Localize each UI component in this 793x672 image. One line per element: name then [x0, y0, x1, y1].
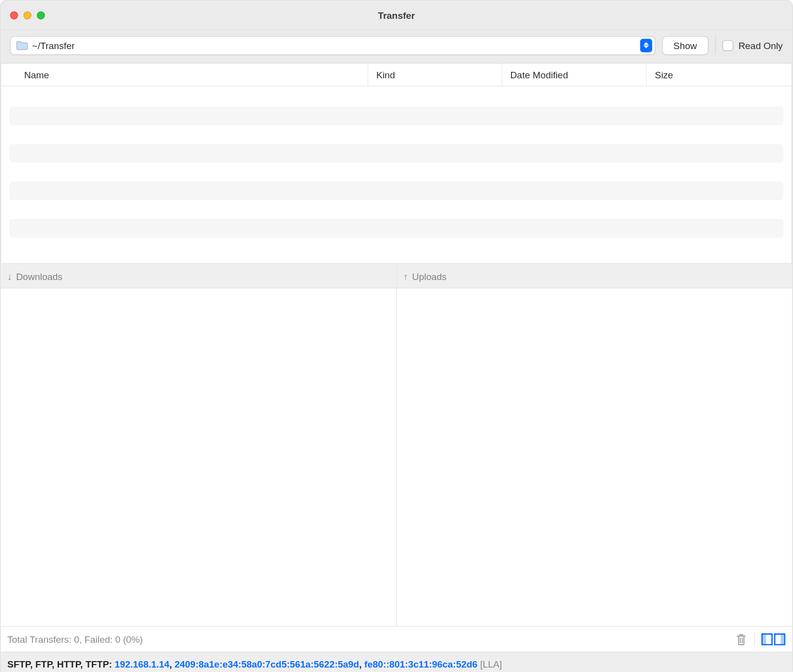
column-header-kind[interactable]: Kind [368, 63, 502, 86]
readonly-toggle[interactable]: Read Only [723, 40, 783, 51]
column-header-date[interactable]: Date Modified [502, 63, 647, 86]
column-header-size[interactable]: Size [647, 63, 792, 86]
window-title: Transfer [0, 10, 792, 21]
uploads-header: ↑ Uploads [396, 265, 792, 289]
uploads-panel: ↑ Uploads [396, 265, 792, 626]
download-arrow-icon: ↓ [7, 272, 12, 281]
placeholder-row [9, 181, 784, 200]
server-ip-sep-1: , [359, 659, 365, 670]
svg-rect-3 [781, 634, 785, 645]
chevron-updown-icon[interactable] [640, 39, 652, 52]
placeholder-row [9, 107, 784, 125]
placeholder-row [9, 219, 784, 238]
server-protocols: SFTP, FTP, HTTP, TFTP: [7, 659, 112, 670]
column-header-name[interactable]: Name [1, 63, 368, 86]
server-ip-1[interactable]: 2409:8a1e:e34:58a0:7cd5:561a:5622:5a9d [174, 659, 359, 670]
transfer-panels: ↓ Downloads ↑ Uploads [0, 264, 792, 626]
show-button-label: Show [674, 40, 697, 51]
layout-toggle-icon[interactable] [761, 633, 786, 645]
maximize-button[interactable] [37, 11, 45, 19]
uploads-body[interactable] [396, 288, 792, 626]
readonly-checkbox[interactable] [723, 40, 734, 51]
file-list: Name Kind Date Modified Size [0, 63, 792, 264]
trash-icon[interactable] [735, 632, 747, 646]
traffic-lights [0, 11, 45, 19]
status-divider [754, 632, 754, 647]
server-ip-0[interactable]: 192.168.1.14 [114, 659, 169, 670]
server-lla-tag: [LLA] [480, 659, 502, 670]
uploads-label: Uploads [412, 271, 447, 281]
downloads-body[interactable] [0, 288, 396, 626]
readonly-label: Read Only [738, 40, 783, 51]
transfer-window: Transfer ~/Transfer Show Read Only Name … [0, 0, 793, 672]
server-info-bar: SFTP, FTP, HTTP, TFTP: 192.168.1.14 , 24… [0, 652, 792, 672]
server-ip-sep-0: , [170, 659, 175, 670]
titlebar: Transfer [0, 0, 792, 30]
table-body [1, 86, 792, 263]
path-selector[interactable]: ~/Transfer [10, 36, 655, 55]
downloads-label: Downloads [16, 271, 62, 281]
placeholder-row [9, 144, 784, 163]
folder-icon [16, 41, 28, 50]
status-bar: Total Transfers: 0, Failed: 0 (0%) [0, 626, 792, 651]
path-text: ~/Transfer [32, 40, 636, 51]
toolbar-divider [715, 36, 716, 55]
table-header: Name Kind Date Modified Size [1, 63, 792, 86]
downloads-header: ↓ Downloads [0, 265, 396, 289]
svg-rect-1 [762, 634, 766, 645]
close-button[interactable] [10, 11, 18, 19]
toolbar: ~/Transfer Show Read Only [0, 30, 792, 64]
server-ip-2[interactable]: fe80::801:3c11:96ca:52d6 [364, 659, 477, 670]
show-button[interactable]: Show [662, 36, 708, 55]
downloads-panel: ↓ Downloads [0, 265, 396, 626]
minimize-button[interactable] [23, 11, 31, 19]
upload-arrow-icon: ↑ [403, 272, 408, 281]
transfer-stats: Total Transfers: 0, Failed: 0 (0%) [7, 634, 143, 645]
